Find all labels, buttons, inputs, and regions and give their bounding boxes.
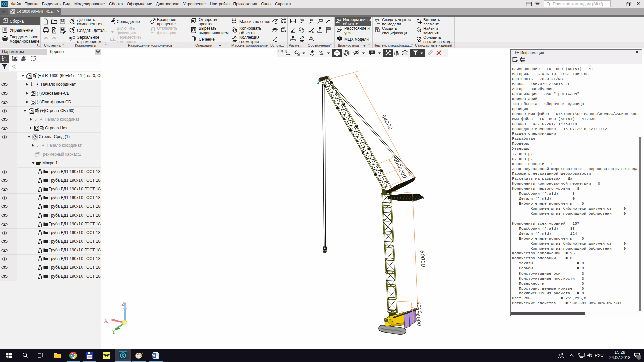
svg-text:54000: 54000 xyxy=(380,113,394,131)
svg-text:Y: Y xyxy=(112,328,116,335)
svg-text:?: ? xyxy=(341,27,342,31)
svg-text:A: A xyxy=(310,38,312,41)
svg-text:6000: 6000 xyxy=(396,165,408,179)
svg-text:6000: 6000 xyxy=(416,301,423,314)
svg-text:X: X xyxy=(104,318,108,324)
svg-text:Z: Z xyxy=(121,301,125,307)
svg-text:?: ? xyxy=(339,18,341,21)
svg-text:60000: 60000 xyxy=(419,250,427,267)
svg-text:6000: 6000 xyxy=(415,313,422,326)
svg-text:AB: AB xyxy=(418,28,421,31)
svg-text:12: 12 xyxy=(4,59,7,62)
